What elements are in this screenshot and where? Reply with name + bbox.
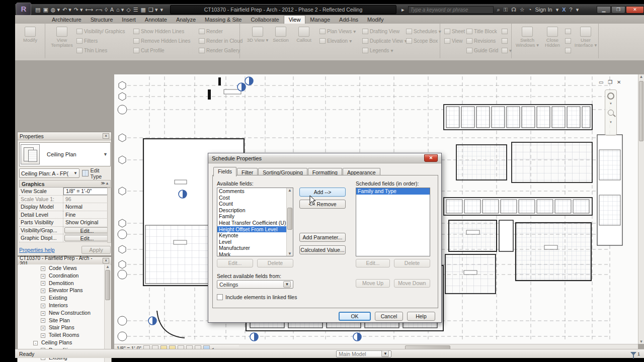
schedules-button[interactable]: Schedules ▾ — [406, 28, 441, 35]
view-templates-button[interactable]: View Templates — [50, 27, 73, 48]
title-block-button[interactable]: Title Block — [466, 28, 497, 35]
scheduled-field-item[interactable]: Family and Type — [356, 188, 430, 195]
help-button[interactable]: Help — [407, 312, 435, 321]
tree-item[interactable]: + New Construction — [18, 309, 105, 317]
list-scroll-thumb[interactable] — [287, 208, 292, 230]
restore-button[interactable]: ❐ — [611, 6, 625, 14]
property-value[interactable]: Show Original — [63, 219, 111, 226]
save-icon[interactable]: ▣ — [43, 6, 48, 13]
property-row[interactable]: View Scale 1/8" = 1'-0" — [19, 188, 111, 196]
tree-expander-icon[interactable]: + — [41, 281, 45, 286]
redo-icon[interactable]: ↷ ▾ — [74, 6, 83, 13]
sign-in-label[interactable]: Sign In — [535, 7, 552, 13]
properties-scrollbar[interactable] — [107, 188, 111, 243]
edit-type-button[interactable]: Edit Type — [82, 168, 111, 178]
combo-dropdown-icon[interactable]: ▼ — [283, 281, 291, 288]
callout-button[interactable]: Callout — [292, 27, 315, 43]
available-field-item[interactable]: Keynote — [217, 232, 293, 239]
checkbox-icon[interactable] — [217, 294, 223, 300]
add-parameter-button[interactable]: Add Parameter... — [299, 233, 346, 242]
ribbon-tab[interactable]: Modify — [363, 16, 388, 24]
close-hidden-button[interactable]: Close Hidden — [541, 27, 564, 48]
scroll-down-icon[interactable]: ▼ — [638, 339, 644, 344]
selector-dropdown-icon[interactable]: ▼ — [73, 171, 77, 175]
delete-available-button[interactable]: Delete — [257, 259, 293, 267]
properties-help-link[interactable]: Properties help — [19, 247, 55, 253]
matchline-icon[interactable] — [502, 29, 508, 34]
user-interface-button[interactable]: User Interface ▾ — [574, 27, 597, 48]
replicate-icon[interactable] — [565, 29, 571, 34]
ribbon-tab[interactable]: Manage — [305, 16, 335, 24]
view-button[interactable]: View — [444, 37, 463, 44]
revisions-button[interactable]: Revisions — [466, 37, 496, 44]
3d-view-button[interactable]: 3D View ▾ — [246, 27, 269, 43]
category-combobox[interactable]: Ceilings▼ — [217, 280, 293, 289]
tree-item-label[interactable]: New Construction — [49, 310, 91, 316]
sheet-button[interactable]: Sheet — [444, 28, 465, 35]
switch-windows-icon[interactable]: ❏ ▾ — [148, 6, 157, 13]
tree-item-label[interactable]: Elevator Plans — [49, 287, 83, 293]
scheduled-fields-list[interactable]: Family and Type — [356, 188, 430, 256]
available-field-item[interactable]: Height Offset From Level — [217, 226, 293, 233]
ribbon-tab[interactable]: Insert — [117, 16, 140, 24]
steering-wheel-icon[interactable] — [607, 93, 614, 100]
help-dropdown-icon[interactable]: ▾ — [576, 7, 579, 13]
ribbon-tab[interactable]: Structure — [86, 16, 118, 24]
list-scroll-up-icon[interactable]: ▲ — [287, 188, 293, 193]
ribbon-tab[interactable]: Annotate — [140, 16, 172, 24]
type-selector[interactable]: Ceiling Plan ▼ — [19, 142, 111, 166]
measure-icon[interactable]: ⟷ — [86, 6, 94, 13]
tree-expander-icon[interactable]: + — [41, 333, 45, 338]
delete-scheduled-button[interactable]: Delete — [394, 259, 430, 267]
vertical-scrollbar[interactable]: ▲ ▼ — [638, 74, 644, 344]
calculated-value-button[interactable]: Calculated Value... — [299, 245, 346, 254]
zoom-icon[interactable] — [608, 110, 614, 116]
visibility-graphics-button[interactable]: Visibility/ Graphics — [76, 28, 125, 35]
section-collapse-icon[interactable]: ≫ ▴ — [101, 181, 108, 186]
property-value[interactable]: 96 — [63, 196, 111, 203]
text-icon[interactable]: A — [110, 6, 114, 13]
property-row[interactable]: Display Model Normal — [19, 203, 111, 211]
section-icon[interactable]: ◇ — [126, 6, 130, 13]
design-options-combobox[interactable]: Main Model▼ — [336, 350, 391, 357]
view-reference-icon[interactable] — [502, 38, 508, 44]
tree-expander-icon[interactable]: + — [41, 296, 45, 301]
close-hidden-windows-icon[interactable]: ▦ — [141, 6, 146, 13]
available-field-item[interactable]: Count — [217, 201, 293, 207]
vertical-scroll-thumb[interactable] — [639, 81, 643, 141]
move-down-button[interactable]: Move Down — [394, 279, 430, 288]
switch-windows-button[interactable]: Switch Windows ▾ — [516, 27, 539, 48]
tree-item[interactable]: + Existing — [18, 294, 105, 302]
browser-scroll-thumb[interactable] — [105, 270, 110, 300]
browser-vertical-scrollbar[interactable]: ▲ ▼ — [104, 264, 111, 362]
edit-available-button[interactable]: Edit... — [217, 259, 253, 267]
design-options-dropdown-icon[interactable]: ▼ — [381, 350, 389, 357]
tree-item[interactable]: - Ceiling Plans — [18, 339, 105, 346]
tree-expander-icon[interactable]: + — [41, 266, 45, 271]
property-value[interactable]: Fine — [63, 211, 111, 219]
render-button[interactable]: Render — [199, 28, 223, 35]
duplicate-view-button[interactable]: Duplicate View ▾ — [362, 37, 407, 44]
aligned-dimension-icon[interactable]: ⌐¬ — [96, 6, 102, 13]
tree-expander-icon[interactable]: - — [33, 341, 38, 345]
tree-item[interactable]: + Demolition — [18, 280, 105, 287]
application-menu-button[interactable]: R — [16, 3, 31, 16]
thin-lines-icon[interactable]: ☰ — [133, 6, 138, 13]
tree-item-label[interactable]: Ceiling Plans — [41, 339, 72, 345]
tree-expander-icon[interactable]: + — [41, 318, 45, 323]
guide-grid-button[interactable]: Guide Grid — [466, 47, 498, 54]
ribbon-tab[interactable]: Architecture — [47, 16, 86, 24]
tree-item[interactable]: + Coordination — [18, 272, 105, 280]
tree-item-label[interactable]: Code Views — [49, 265, 77, 271]
property-value[interactable]: Normal — [63, 203, 111, 211]
thin-lines-button[interactable]: Thin Lines — [76, 47, 107, 54]
scroll-up-icon[interactable]: ▲ — [638, 74, 644, 79]
tree-item[interactable]: + Site Plan — [18, 317, 105, 324]
property-row[interactable]: Scale Value 1: 96 — [19, 196, 111, 204]
remove-hidden-lines-button[interactable]: Remove Hidden Lines — [133, 37, 190, 44]
ribbon-tab[interactable]: View — [284, 15, 306, 24]
render-in-cloud-button[interactable]: Render in Cloud — [199, 37, 243, 44]
available-field-item[interactable]: Manufacturer — [217, 245, 293, 251]
tree-item[interactable]: + Stair Plans — [18, 324, 105, 331]
open-icon[interactable]: ▤ — [35, 6, 40, 13]
